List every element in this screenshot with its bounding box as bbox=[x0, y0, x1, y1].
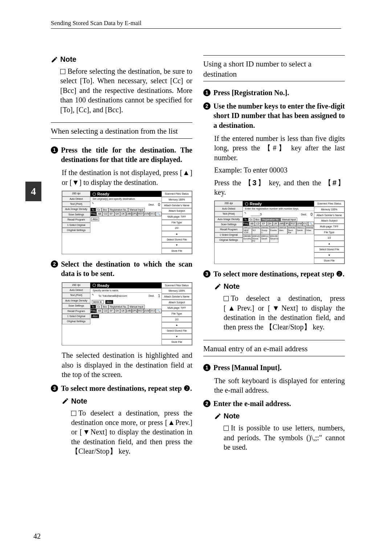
pen-icon: ✎ bbox=[244, 212, 249, 217]
note-heading-r2: Note bbox=[214, 412, 345, 420]
chapter-tab: 4 bbox=[25, 182, 41, 201]
pencil-icon bbox=[51, 56, 58, 63]
note-body-2: To deselect a destination, press the des… bbox=[71, 408, 192, 456]
pencil-icon bbox=[62, 397, 69, 405]
pen-icon: ✎ bbox=[92, 293, 97, 299]
step-r1: 1 Press [Registration No.]. bbox=[203, 88, 345, 97]
left-column: Note Before selecting the destination, b… bbox=[51, 55, 192, 456]
list-item[interactable]: [00011] Sarah bbox=[261, 234, 270, 243]
step-number-1: 1 bbox=[203, 364, 211, 371]
ui-screenshot-3: 200 dpi Auto Detect Text (Print) Auto Im… bbox=[214, 200, 345, 264]
tab-manual[interactable]: Manual Input bbox=[128, 208, 145, 212]
step-r2: 2 Use the number keys to enter the five-… bbox=[203, 101, 345, 130]
step-1-detail: If the destination is not displayed, pre… bbox=[62, 168, 192, 187]
list-item[interactable]: [00008] Dorothy bbox=[243, 234, 252, 243]
search-icon[interactable]: 🔍 bbox=[156, 212, 162, 216]
tab-cc[interactable]: Cc bbox=[96, 208, 102, 212]
checkbox-icon bbox=[224, 296, 229, 301]
tab-to[interactable]: To bbox=[90, 208, 96, 212]
tab-bcc[interactable]: Bcc bbox=[102, 208, 109, 212]
right-column: Using a short ID number to select a dest… bbox=[203, 55, 345, 452]
ui-screenshot-2: 200 dpi Auto Detect Text (Print) Auto Im… bbox=[62, 282, 192, 346]
list-item[interactable]: [00133] Severna bbox=[270, 234, 279, 243]
step-number-2: 2 bbox=[203, 400, 211, 407]
checkbox-icon bbox=[71, 411, 76, 416]
down-arrow-button[interactable]: ▼ bbox=[162, 334, 192, 340]
up-arrow-button[interactable]: ▲ bbox=[314, 241, 344, 247]
step-number-1: 1 bbox=[51, 146, 58, 154]
up-arrow-button[interactable]: ▲ bbox=[162, 231, 192, 237]
tab-reg-no[interactable]: Registration No. bbox=[109, 208, 128, 212]
step-number-2: 2 bbox=[203, 102, 211, 110]
note-body-r: To deselect a destination, press [▲Prev.… bbox=[224, 293, 345, 332]
note-body-r2: It is possible to use letters, numbers, … bbox=[224, 423, 345, 452]
subheading-r1: Using a short ID number to select a dest… bbox=[203, 55, 345, 79]
list-item[interactable]: [00005] WJ bbox=[252, 226, 261, 234]
step-number-3: 3 bbox=[203, 270, 211, 278]
step-m2: 2 Enter the e-mail address. bbox=[203, 399, 345, 408]
list-item[interactable]: [00010] Noma Fd bbox=[252, 234, 261, 243]
status-circle-icon bbox=[93, 193, 96, 196]
note-heading-r: Note bbox=[214, 282, 345, 291]
key-3: 3 bbox=[244, 179, 266, 187]
list-item[interactable]: [00018] Alec bbox=[278, 226, 287, 234]
ui-screenshot-1: 200 dpi Auto Detect Text (Print) Auto Im… bbox=[62, 191, 192, 254]
note-heading-2: Note bbox=[62, 397, 192, 405]
destination-chip[interactable]: Alice bbox=[91, 217, 99, 221]
step-number-2: 2 bbox=[51, 260, 58, 268]
step-r2-detail2: Example: To enter 00003 bbox=[214, 165, 345, 175]
step-1: 1 Press the title for the destination. T… bbox=[51, 145, 192, 165]
pencil-icon bbox=[214, 413, 221, 420]
status-circle-icon bbox=[93, 284, 96, 287]
step-r2-detail3: Press the 3 key, and then the # key. bbox=[214, 178, 345, 197]
search-icon[interactable]: 🔍 bbox=[156, 309, 162, 313]
list-item[interactable]: [00035] Sevn Fai bbox=[287, 226, 297, 234]
step-m1-detail: The soft keyboard is displayed for enter… bbox=[214, 376, 345, 395]
step-2-detail: The selected destination is highlighted … bbox=[62, 351, 192, 379]
step-number-1: 1 bbox=[203, 89, 211, 96]
list-item[interactable]: [00007] Franks bbox=[270, 226, 279, 234]
step-r2-detail1: If the entered number is less than five … bbox=[214, 134, 345, 162]
note-body: Before selecting the destination, be sur… bbox=[60, 66, 192, 114]
pencil-icon bbox=[214, 283, 221, 290]
step-3: 3 To select more destinations, repeat st… bbox=[51, 384, 192, 393]
list-item[interactable]: [00011] Sarah bbox=[296, 226, 305, 234]
step-2: 2 Select the destination to which the sc… bbox=[51, 259, 192, 279]
note-heading: Note bbox=[51, 55, 192, 64]
pen-icon: ✎ bbox=[92, 202, 97, 207]
subheading-r2: Manual entry of an e-mail address bbox=[203, 340, 345, 354]
note-label: Note bbox=[60, 55, 76, 64]
list-item[interactable]: [00009] Other bbox=[305, 226, 314, 234]
subheading: When selecting a destination from the li… bbox=[51, 122, 192, 137]
list-item[interactable]: [00012] NEW YOR… bbox=[243, 226, 252, 234]
up-arrow-button[interactable]: ▲ bbox=[162, 322, 192, 328]
checkbox-icon bbox=[224, 426, 229, 431]
status-circle-icon bbox=[245, 202, 248, 206]
search-icon[interactable]: 🔍 bbox=[308, 222, 314, 226]
down-arrow-button[interactable]: ▼ bbox=[162, 242, 192, 248]
page-number: 42 bbox=[33, 532, 41, 540]
step-number-3: 3 bbox=[51, 385, 58, 392]
key-hash: # bbox=[324, 179, 345, 187]
down-arrow-button[interactable]: ▼ bbox=[314, 252, 344, 258]
list-item[interactable]: [00006] Group 1 bbox=[261, 226, 270, 234]
step-m1: 1 Press [Manual Input]. bbox=[203, 363, 345, 372]
checkbox-icon bbox=[60, 69, 65, 74]
running-head: Sending Stored Scan Data by E-mail bbox=[51, 20, 341, 29]
step-r3: 3 To select more destinations, repeat st… bbox=[203, 269, 345, 279]
